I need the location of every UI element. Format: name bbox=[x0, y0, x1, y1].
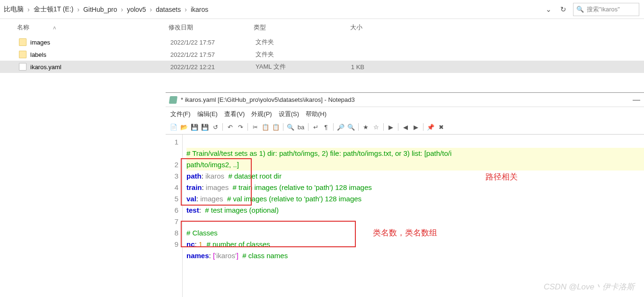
separator bbox=[283, 123, 283, 131]
yaml-value: images bbox=[200, 195, 223, 203]
yaml-value: 1 bbox=[199, 240, 203, 248]
run-icon[interactable]: ▶ bbox=[387, 123, 395, 131]
star-outline-icon[interactable]: ☆ bbox=[372, 123, 380, 131]
code-comment: path/to/imgs2, ..] bbox=[186, 161, 239, 169]
yaml-value: images bbox=[206, 183, 229, 191]
code-area[interactable]: # Train/val/test sets as 1) dir: path/to… bbox=[183, 135, 644, 297]
list-item[interactable]: ikaros.yaml 2022/1/22 12:21 YAML 文件 1 KB bbox=[0, 61, 644, 73]
redo-icon[interactable]: ↷ bbox=[236, 123, 245, 131]
yaml-key: test bbox=[186, 206, 199, 214]
whitespace-icon[interactable]: ¶ bbox=[322, 123, 330, 131]
menubar: 文件(F) 编辑(E) 查看(V) 外观(P) 设置(S) 帮助(H) bbox=[166, 107, 644, 121]
copy-icon[interactable]: 📋 bbox=[261, 123, 270, 131]
yaml-key: path bbox=[186, 172, 202, 180]
chevron-right-icon: › bbox=[183, 6, 189, 13]
col-name[interactable]: 名称ʌ bbox=[17, 23, 168, 32]
menu-view[interactable]: 查看(V) bbox=[224, 110, 245, 118]
list-item[interactable]: labels 2022/1/22 17:57 文件夹 bbox=[0, 48, 644, 61]
code-comment: # class names bbox=[242, 252, 288, 260]
code-comment: # Train/val/test sets as 1) dir: path/to… bbox=[186, 149, 451, 157]
explorer-address-bar: 比电脑› 金士顿1T (E:)› GitHub_pro› yolov5› dat… bbox=[0, 0, 644, 19]
bc-1[interactable]: 金士顿1T (E:) bbox=[32, 5, 76, 14]
zoom-in-icon[interactable]: 🔎 bbox=[336, 123, 345, 131]
nav-controls: ⌄ ↻ bbox=[539, 5, 573, 14]
cut-icon[interactable]: ✂ bbox=[251, 123, 259, 131]
line-gutter: 123456789 bbox=[166, 135, 183, 297]
new-file-icon[interactable]: 📄 bbox=[169, 123, 178, 131]
menu-appearance[interactable]: 外观(P) bbox=[251, 110, 272, 118]
chevron-right-icon: › bbox=[119, 6, 125, 13]
close-icon[interactable]: ✖ bbox=[437, 123, 445, 131]
search-input[interactable]: 🔍 搜索"ikaros" bbox=[573, 3, 639, 16]
chevron-right-icon: › bbox=[148, 6, 154, 13]
window-title: * ikaros.yaml [E:\GitHub_pro\yolov5\data… bbox=[181, 96, 355, 103]
bc-2[interactable]: GitHub_pro bbox=[81, 6, 119, 13]
dropdown-icon[interactable]: ⌄ bbox=[546, 5, 552, 14]
search-icon: 🔍 bbox=[576, 6, 584, 13]
yaml-key: names bbox=[186, 252, 209, 260]
yaml-value: ikaros bbox=[205, 172, 224, 180]
undo-icon[interactable]: ↶ bbox=[226, 123, 234, 131]
menu-settings[interactable]: 设置(S) bbox=[279, 110, 299, 118]
yaml-key: train bbox=[186, 183, 202, 191]
separator bbox=[333, 123, 334, 131]
separator bbox=[308, 123, 309, 131]
annotation-label: 路径相关 bbox=[485, 171, 518, 183]
bc-4[interactable]: datasets bbox=[154, 6, 183, 13]
file-list: images 2022/1/22 17:57 文件夹 labels 2022/1… bbox=[0, 36, 644, 73]
code-comment: # val images (relative to 'path') 128 im… bbox=[227, 195, 362, 203]
next-icon[interactable]: ▶ bbox=[412, 123, 420, 131]
minimize-icon[interactable]: — bbox=[633, 96, 640, 104]
yaml-key: val bbox=[186, 195, 196, 203]
folder-icon bbox=[19, 38, 26, 46]
revert-icon[interactable]: ↺ bbox=[211, 123, 220, 131]
file-icon bbox=[19, 63, 26, 71]
col-type[interactable]: 类型 bbox=[254, 23, 325, 32]
code-comment: # dataset root dir bbox=[228, 172, 282, 180]
title-bar[interactable]: * ikaros.yaml [E:\GitHub_pro\yolov5\data… bbox=[166, 93, 644, 107]
replace-icon[interactable]: ba bbox=[297, 123, 305, 131]
chevron-right-icon: › bbox=[26, 6, 32, 13]
paste-icon[interactable]: 📋 bbox=[272, 123, 280, 131]
separator bbox=[383, 123, 384, 131]
col-date[interactable]: 修改日期 bbox=[168, 23, 254, 32]
search-placeholder: 搜索"ikaros" bbox=[587, 5, 620, 14]
prev-icon[interactable]: ◀ bbox=[401, 123, 410, 131]
col-size[interactable]: 大小 bbox=[325, 23, 362, 32]
separator bbox=[358, 123, 359, 131]
find-icon[interactable]: 🔍 bbox=[286, 123, 295, 131]
separator bbox=[423, 123, 423, 131]
folder-icon bbox=[19, 51, 26, 58]
menu-edit[interactable]: 编辑(E) bbox=[197, 110, 218, 118]
menu-file[interactable]: 文件(F) bbox=[170, 110, 191, 118]
code-comment: # number of classes bbox=[207, 240, 270, 248]
bc-3[interactable]: yolov5 bbox=[125, 6, 148, 13]
star-icon[interactable]: ★ bbox=[362, 123, 370, 131]
refresh-icon[interactable]: ↻ bbox=[560, 5, 566, 14]
save-icon[interactable]: 💾 bbox=[190, 123, 199, 131]
bc-5[interactable]: ikaros bbox=[189, 6, 210, 13]
yaml-key: nc bbox=[186, 240, 195, 248]
separator bbox=[398, 123, 398, 131]
zoom-out-icon[interactable]: 🔍 bbox=[347, 123, 355, 131]
breadcrumb[interactable]: 比电脑› 金士顿1T (E:)› GitHub_pro› yolov5› dat… bbox=[0, 5, 539, 14]
open-icon[interactable]: 📂 bbox=[180, 123, 188, 131]
separator bbox=[222, 123, 223, 131]
column-headers: 名称ʌ 修改日期 类型 大小 bbox=[0, 19, 644, 36]
code-comment: # train images (relative to 'path') 128 … bbox=[233, 183, 372, 191]
editor[interactable]: 123456789 # Train/val/test sets as 1) di… bbox=[166, 135, 644, 297]
app-icon bbox=[169, 96, 177, 104]
annotation-label: 类名数，类名数组 bbox=[373, 227, 437, 239]
pin-icon[interactable]: 📌 bbox=[426, 123, 435, 131]
code-comment: # Classes bbox=[186, 229, 218, 237]
list-item[interactable]: images 2022/1/22 17:57 文件夹 bbox=[0, 36, 644, 48]
save-all-icon[interactable]: 💾 bbox=[201, 123, 209, 131]
word-wrap-icon[interactable]: ↵ bbox=[311, 123, 320, 131]
separator bbox=[247, 123, 248, 131]
menu-help[interactable]: 帮助(H) bbox=[306, 110, 326, 118]
watermark: CSDN @Love丶伊卡洛斯 bbox=[544, 281, 635, 292]
bc-0[interactable]: 比电脑 bbox=[2, 5, 26, 14]
code-comment: # test images (optional) bbox=[205, 206, 279, 214]
chevron-right-icon: › bbox=[75, 6, 81, 13]
notepad-window: * ikaros.yaml [E:\GitHub_pro\yolov5\data… bbox=[166, 92, 644, 297]
